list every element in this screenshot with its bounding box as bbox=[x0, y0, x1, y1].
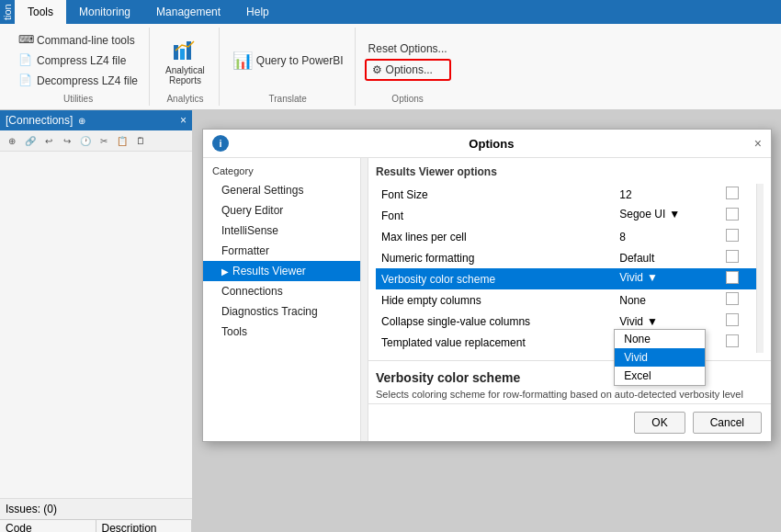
hide-empty-checkbox[interactable] bbox=[726, 292, 739, 305]
toolbar-icon-5[interactable]: 🕐 bbox=[77, 132, 94, 149]
font-value[interactable]: Segoe UI ▼ bbox=[614, 205, 720, 223]
command-line-tools-btn[interactable]: ⌨ Command-line tools bbox=[15, 31, 141, 50]
verbosity-dropdown-arrow[interactable]: ▼ bbox=[647, 271, 658, 284]
ribbon-tabs: tion Tools Monitoring Management Help bbox=[0, 0, 781, 24]
toolbar-icon-8[interactable]: 🗒 bbox=[132, 132, 149, 149]
max-lines-label: Max lines per cell bbox=[376, 226, 614, 247]
dropdown-excel-option[interactable]: Excel bbox=[615, 367, 705, 385]
font-size-label: Font Size bbox=[376, 184, 614, 205]
tab-help[interactable]: Help bbox=[233, 0, 282, 24]
compress-icon: 📄 bbox=[18, 53, 33, 68]
table-row: Font Size 12 bbox=[376, 184, 756, 205]
powerbi-icon: 📊 bbox=[232, 51, 253, 71]
table-row: Numeric formatting Default bbox=[376, 247, 756, 268]
numeric-formatting-checkbox[interactable] bbox=[726, 250, 739, 263]
font-checkbox[interactable] bbox=[726, 208, 739, 221]
info-icon: i bbox=[212, 135, 229, 152]
category-label: Category bbox=[203, 162, 368, 180]
sidebar-item-intellisense[interactable]: IntelliSense bbox=[203, 221, 368, 241]
options-scrollbar[interactable] bbox=[756, 184, 764, 353]
compress-lz4-btn[interactable]: 📄 Compress LZ4 file bbox=[15, 51, 141, 70]
left-panel: [Connections] ⊕ × ⊕ 🔗 ↩ ↪ 🕐 ✂ 📋 🗒 Issues… bbox=[0, 110, 193, 532]
templated-label: Templated value replacement bbox=[376, 332, 614, 353]
verbosity-checkbox[interactable] bbox=[726, 271, 739, 284]
sidebar-scrollbar[interactable] bbox=[360, 158, 368, 441]
analytics-items: Analytical Reports bbox=[159, 28, 211, 94]
decompress-lz4-btn[interactable]: 📄 Decompress LZ4 file bbox=[15, 72, 141, 90]
max-lines-checkbox[interactable] bbox=[726, 229, 739, 242]
modal-main: Results Viewer options Font Size 1 bbox=[368, 158, 771, 360]
modal-sidebar: Category General Settings Query Editor I… bbox=[203, 158, 368, 441]
tab-tools[interactable]: Tools bbox=[15, 0, 66, 24]
modal-titlebar: i Options × bbox=[203, 130, 771, 158]
results-viewer-options-label: Results Viewer options bbox=[376, 165, 764, 178]
sidebar-item-formatter[interactable]: Formatter bbox=[203, 241, 368, 261]
svg-rect-1 bbox=[180, 49, 185, 60]
sidebar-item-query-editor[interactable]: Query Editor bbox=[203, 200, 368, 221]
sidebar-item-diagnostics[interactable]: Diagnostics Tracing bbox=[203, 301, 368, 322]
numeric-formatting-value: Default bbox=[614, 247, 720, 268]
query-to-powerbi-btn[interactable]: 📊 Query to PowerBI bbox=[229, 49, 347, 73]
templated-checkbox[interactable] bbox=[726, 334, 739, 347]
tab-management[interactable]: Management bbox=[143, 0, 233, 24]
toolbar-icon-3[interactable]: ↩ bbox=[40, 132, 57, 149]
table-row: Font Segoe UI ▼ bbox=[376, 205, 756, 226]
dropdown-popup: None Vivid Excel bbox=[614, 329, 706, 386]
verbosity-scheme-label: Verbosity color scheme bbox=[376, 268, 614, 289]
sidebar-item-general[interactable]: General Settings bbox=[203, 180, 368, 200]
font-dropdown-arrow[interactable]: ▼ bbox=[669, 208, 680, 221]
toolbar-icon-4[interactable]: ↪ bbox=[59, 132, 75, 149]
analytical-reports-btn[interactable]: Analytical Reports bbox=[159, 31, 211, 90]
sidebar-item-connections[interactable]: Connections bbox=[203, 281, 368, 301]
options-modal: i Options × Category General Settings Qu… bbox=[202, 129, 772, 442]
sidebar-item-tools[interactable]: Tools bbox=[203, 322, 368, 342]
tab-monitoring[interactable]: Monitoring bbox=[66, 0, 143, 24]
intellisense-label: IntelliSense bbox=[221, 224, 278, 237]
verbosity-scheme-value[interactable]: Vivid ▼ bbox=[614, 268, 720, 287]
ribbon-group-options: Reset Options... ⚙ Options... Options bbox=[357, 28, 458, 106]
ok-button[interactable]: OK bbox=[634, 412, 685, 434]
dropdown-vivid-option[interactable]: Vivid bbox=[615, 348, 705, 367]
query-editor-label: Query Editor bbox=[221, 204, 283, 217]
close-connections-btn[interactable]: × bbox=[180, 114, 187, 127]
sidebar-item-results-viewer[interactable]: ▶ Results Viewer bbox=[203, 261, 368, 281]
code-col: Code bbox=[0, 520, 96, 532]
svg-rect-0 bbox=[174, 45, 178, 60]
left-panel-content bbox=[0, 152, 192, 498]
utilities-col: ⌨ Command-line tools 📄 Compress LZ4 file… bbox=[15, 31, 141, 90]
table-row: Hide empty columns None bbox=[376, 289, 756, 311]
font-size-value: 12 bbox=[614, 184, 720, 205]
hide-empty-label: Hide empty columns bbox=[376, 289, 614, 311]
toolbar-icon-6[interactable]: ✂ bbox=[96, 132, 112, 149]
table-row: Max lines per cell 8 bbox=[376, 226, 756, 247]
font-size-checkbox[interactable] bbox=[726, 187, 739, 199]
collapse-checkbox[interactable] bbox=[726, 313, 739, 326]
collapse-dropdown-arrow[interactable]: ▼ bbox=[647, 315, 658, 328]
max-lines-value: 8 bbox=[614, 226, 720, 247]
options-btn[interactable]: ⚙ Options... bbox=[365, 59, 451, 81]
toolbar-icon-1[interactable]: ⊕ bbox=[4, 132, 20, 149]
ribbon-content: ⌨ Command-line tools 📄 Compress LZ4 file… bbox=[0, 24, 781, 109]
table-row: Collapse single-value columns Vivid ▼ bbox=[376, 311, 756, 332]
description-col: Description bbox=[96, 520, 193, 532]
ribbon: tion Tools Monitoring Management Help ⌨ … bbox=[0, 0, 781, 110]
options-col: Reset Options... ⚙ Options... bbox=[365, 40, 451, 81]
numeric-formatting-label: Numeric formatting bbox=[376, 247, 614, 268]
tools-label: Tools bbox=[221, 325, 247, 338]
toolbar-icon-2[interactable]: 🔗 bbox=[22, 132, 39, 149]
compress-lz4-label: Compress LZ4 file bbox=[37, 54, 126, 67]
toolbar-icon-7[interactable]: 📋 bbox=[114, 132, 130, 149]
dropdown-none-option[interactable]: None bbox=[615, 330, 705, 348]
reset-options-btn[interactable]: Reset Options... bbox=[365, 40, 451, 57]
cancel-button[interactable]: Cancel bbox=[693, 412, 762, 434]
analytical-reports-icon bbox=[170, 36, 199, 65]
connections-label: Connections bbox=[221, 285, 283, 298]
translate-items: 📊 Query to PowerBI bbox=[229, 28, 347, 94]
pin-icon[interactable]: ⊕ bbox=[78, 116, 85, 126]
content-area: i Options × Category General Settings Qu… bbox=[193, 110, 781, 532]
issues-bar: Issues: (0) bbox=[0, 498, 192, 519]
connections-tab-label[interactable]: [Connections] bbox=[6, 114, 73, 127]
modal-close-btn[interactable]: × bbox=[754, 136, 762, 151]
reset-options-label: Reset Options... bbox=[368, 42, 447, 55]
collapse-single-value[interactable]: Vivid ▼ None Vivid bbox=[614, 311, 720, 332]
